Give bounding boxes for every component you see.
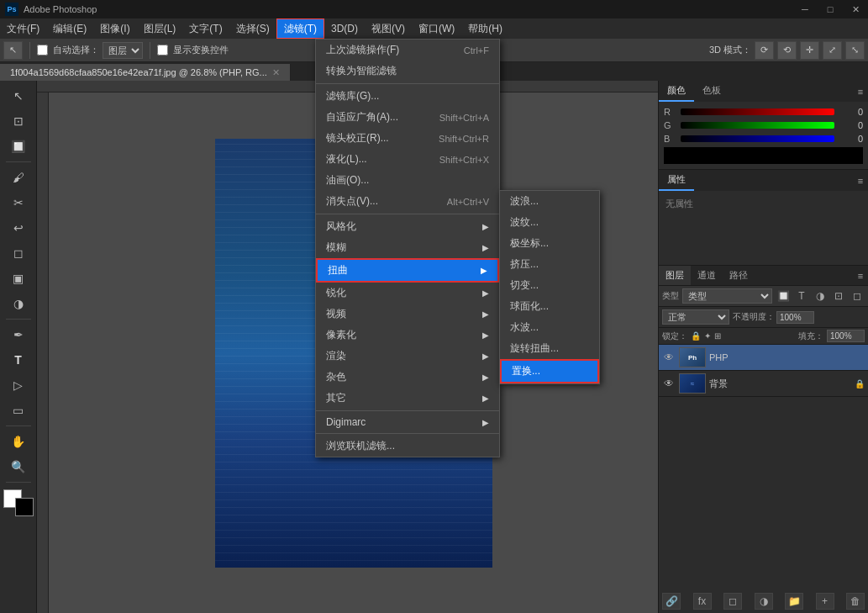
filter-stylize[interactable]: 风格化 ▶ — [316, 216, 499, 237]
eyedropper-tool[interactable]: 🔲 — [3, 135, 34, 158]
zoom-tool[interactable]: 🔍 — [3, 455, 34, 478]
menu-image[interactable]: 图像(I) — [93, 18, 136, 39]
path-select-tool[interactable]: ▷ — [3, 373, 34, 397]
hand-tool[interactable]: ✋ — [3, 430, 34, 453]
filter-lens-correction[interactable]: 镜头校正(R)... Shift+Ctrl+R — [316, 128, 499, 149]
filter-oil-paint[interactable]: 油画(O)... — [316, 170, 499, 191]
distort-polar-coords[interactable]: 极坐标... — [500, 233, 599, 254]
opacity-input[interactable] — [776, 311, 814, 324]
filter-browse[interactable]: 浏览联机滤镜... — [316, 436, 499, 457]
clone-tool[interactable]: ✂ — [3, 191, 34, 214]
filter-gallery[interactable]: 滤镜库(G)... — [316, 86, 499, 107]
menu-layer[interactable]: 图层(L) — [137, 18, 183, 39]
3d-scale-btn[interactable]: ⤡ — [845, 41, 865, 60]
layer-filter-toggle[interactable]: ◻ — [850, 288, 865, 304]
menu-select[interactable]: 选择(S) — [229, 18, 276, 39]
3d-roll-btn[interactable]: ⟲ — [777, 41, 797, 60]
shape-tool[interactable]: ▭ — [3, 399, 34, 422]
menu-edit[interactable]: 编辑(E) — [46, 18, 93, 39]
layer-adjustment-button[interactable]: ◑ — [755, 593, 773, 610]
filter-sharpen[interactable]: 锐化 ▶ — [316, 283, 499, 304]
move-tool-btn[interactable]: ↖ — [3, 41, 23, 60]
menu-text[interactable]: 文字(T) — [182, 18, 229, 39]
lock-pixel-icon[interactable]: 🔒 — [691, 331, 701, 341]
layer-fx-button[interactable]: fx — [693, 593, 712, 610]
filter-render[interactable]: 渲染 ▶ — [316, 346, 499, 367]
layer-select[interactable]: 图层 — [103, 42, 143, 59]
layer-bg-visibility[interactable]: 👁 — [662, 377, 676, 390]
layer-group-button[interactable]: 📁 — [785, 593, 803, 610]
close-button[interactable]: ✕ — [843, 0, 868, 18]
distort-submenu[interactable]: 波浪... 波纹... 极坐标... 挤压... 切变... 球面化... 水波… — [499, 190, 600, 384]
color-swatch[interactable] — [3, 489, 34, 516]
distort-waves[interactable]: 波浪... — [500, 191, 599, 212]
layer-text-icon[interactable]: T — [794, 288, 809, 304]
swatches-tab[interactable]: 色板 — [694, 81, 729, 102]
tab-close-icon[interactable]: ✕ — [272, 67, 280, 78]
distort-displace[interactable]: 置换... — [500, 359, 599, 383]
brush-tool[interactable]: 🖌 — [3, 166, 34, 189]
lock-move-icon[interactable]: ✦ — [704, 331, 711, 341]
3d-pan-btn[interactable]: ✛ — [800, 41, 819, 60]
history-brush-tool[interactable]: ↩ — [3, 216, 34, 240]
3d-rotate-btn[interactable]: ⟳ — [755, 41, 774, 60]
filter-color[interactable]: 杂色 ▶ — [316, 367, 499, 388]
filter-smart-filter[interactable]: 转换为智能滤镜 — [316, 61, 499, 82]
menu-filter[interactable]: 滤镜(T) — [276, 18, 324, 39]
auto-select-checkbox[interactable] — [37, 45, 48, 55]
layer-item-php[interactable]: 👁 Ph PHP — [659, 345, 868, 371]
selection-tool[interactable]: ↖ — [3, 84, 34, 108]
properties-menu-icon[interactable]: ≡ — [853, 170, 868, 191]
minimize-button[interactable]: ─ — [792, 0, 818, 18]
filter-liquify[interactable]: 液化(L)... Shift+Ctrl+X — [316, 149, 499, 170]
menu-window[interactable]: 窗口(W) — [412, 18, 461, 39]
menu-view[interactable]: 视图(V) — [365, 18, 412, 39]
layers-tab[interactable]: 图层 — [659, 266, 691, 285]
layer-item-bg[interactable]: 👁 ≈ 背景 🔒 — [659, 371, 868, 397]
transform-checkbox[interactable] — [157, 45, 168, 55]
filter-digimarc[interactable]: Digimarc ▶ — [316, 413, 499, 431]
filter-last-operation[interactable]: 上次滤镜操作(F) Ctrl+F — [316, 40, 499, 61]
filter-vanishing-point[interactable]: 消失点(V)... Alt+Ctrl+V — [316, 191, 499, 212]
distort-twirl[interactable]: 旋转扭曲... — [500, 338, 599, 359]
eraser-tool[interactable]: ◻ — [3, 241, 34, 265]
filter-video[interactable]: 视频 ▶ — [316, 304, 499, 325]
distort-shear[interactable]: 切变... — [500, 275, 599, 296]
layers-menu-icon[interactable]: ≡ — [853, 266, 868, 285]
color-tab[interactable]: 颜色 — [659, 81, 694, 102]
red-slider[interactable] — [681, 108, 834, 115]
maximize-button[interactable]: □ — [818, 0, 843, 18]
gradient-tool[interactable]: ▣ — [3, 267, 34, 290]
layer-filter-icon[interactable]: 🔲 — [776, 288, 791, 304]
filter-pixelate[interactable]: 像素化 ▶ — [316, 325, 499, 346]
filter-other[interactable]: 其它 ▶ — [316, 388, 499, 409]
layer-php-visibility[interactable]: 👁 — [662, 351, 676, 364]
pen-tool[interactable]: ✒ — [3, 323, 34, 346]
distort-spherize[interactable]: 球面化... — [500, 296, 599, 317]
menu-3d[interactable]: 3D(D) — [324, 18, 365, 39]
distort-pinch[interactable]: 挤压... — [500, 254, 599, 275]
blue-slider[interactable] — [681, 135, 834, 142]
filter-distort[interactable]: 扭曲 ▶ — [316, 258, 499, 283]
filter-dropdown-menu[interactable]: 上次滤镜操作(F) Ctrl+F 转换为智能滤镜 滤镜库(G)... 自适应广角… — [315, 39, 500, 457]
paths-tab[interactable]: 路径 — [723, 266, 755, 285]
type-tool[interactable]: T — [3, 348, 34, 372]
layer-adjustment-icon[interactable]: ◑ — [813, 288, 828, 304]
layer-mask-button[interactable]: ◻ — [723, 593, 742, 610]
panel-menu-icon[interactable]: ≡ — [853, 81, 868, 102]
filter-adaptive-wide[interactable]: 自适应广角(A)... Shift+Ctrl+A — [316, 107, 499, 128]
blend-mode-select[interactable]: 正常 — [662, 309, 729, 325]
layer-type-select[interactable]: 类型 — [682, 288, 772, 304]
crop-tool[interactable]: ⊡ — [3, 109, 34, 133]
menu-file[interactable]: 文件(F) — [0, 18, 46, 39]
lock-all-icon[interactable]: ⊞ — [714, 331, 721, 341]
distort-zigzag[interactable]: 水波... — [500, 317, 599, 338]
document-tab[interactable]: 1f004a1569d68cfaa850e16e42ea71f.jpg @ 26… — [0, 64, 291, 81]
background-color[interactable] — [15, 498, 34, 516]
menu-help[interactable]: 帮助(H) — [461, 18, 509, 39]
layer-smart-icon[interactable]: ⊡ — [831, 288, 846, 304]
properties-tab[interactable]: 属性 — [659, 170, 694, 191]
distort-ripple[interactable]: 波纹... — [500, 212, 599, 233]
layer-link-button[interactable]: 🔗 — [662, 593, 681, 610]
3d-slide-btn[interactable]: ⤢ — [823, 41, 842, 60]
